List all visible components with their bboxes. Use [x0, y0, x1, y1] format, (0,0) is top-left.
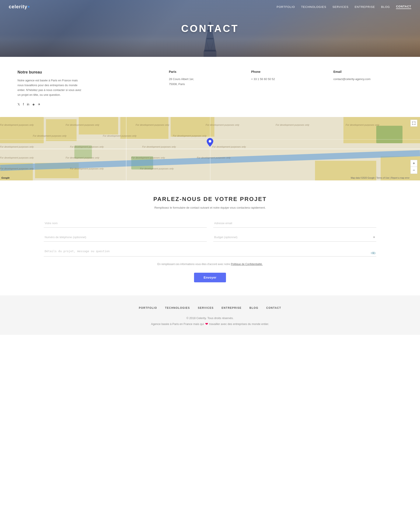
map-zoom-in-button[interactable]: + — [410, 160, 417, 167]
email-address: contact@celerity-agency.com — [333, 77, 403, 82]
dribbble-icon[interactable]: ◈ — [32, 103, 35, 106]
nav-item-portfolio[interactable]: PORTFOLIO — [277, 5, 295, 8]
facebook-icon[interactable]: f — [23, 103, 24, 106]
message-textarea[interactable] — [44, 247, 376, 256]
form-row-2: Budget (optionnel)< 5 000 €5 000 € - 15 … — [44, 233, 376, 242]
heart-icon: ❤ — [205, 322, 208, 326]
svg-point-9 — [209, 140, 211, 143]
nav-item-contact[interactable]: CONTACT — [396, 5, 411, 9]
email-label: Email — [333, 70, 403, 73]
hero-title: CONTACT — [181, 23, 239, 34]
linkedin-icon[interactable]: in — [27, 103, 29, 106]
email-input[interactable] — [213, 219, 376, 228]
footer-nav-item[interactable]: BLOG — [249, 306, 258, 309]
privacy-link[interactable]: Politique de Confidentialité. — [231, 263, 263, 266]
location-address: 28 Cours Albert 1er, 75008, Paris — [169, 77, 238, 87]
logo-text: celerity — [9, 4, 27, 10]
form-section: PARLEZ-NOUS DE VOTRE PROJET Remplissez l… — [0, 180, 420, 295]
form-field-message: 📎 — [44, 247, 376, 257]
office-section: Notre bureau Notre agence est basée à Pa… — [0, 57, 420, 117]
office-heading: Notre bureau — [17, 70, 156, 75]
footer-nav-item[interactable]: CONTACT — [266, 306, 281, 309]
form-row-1 — [44, 219, 376, 228]
phone-label: Phone — [251, 70, 320, 73]
footer-nav-item[interactable]: SERVICES — [198, 306, 213, 309]
nav-item-blog[interactable]: BLOG — [381, 5, 390, 8]
footer-nav-item[interactable]: PORTFOLIO — [139, 306, 157, 309]
footer-nav: PORTFOLIOTECHNOLOGIESSERVICESENTREPRISEB… — [17, 306, 403, 309]
office-location: Paris 28 Cours Albert 1er, 75008, Paris — [169, 70, 238, 106]
twitter-icon[interactable]: 𝕏 — [17, 103, 20, 106]
map-zoom-out-button[interactable]: − — [410, 167, 417, 174]
location-label: Paris — [169, 70, 238, 73]
hero-city-overlay — [0, 39, 420, 57]
office-email: Email contact@celerity-agency.com — [333, 70, 403, 106]
office-description: Notre agence est basée à Paris en France… — [17, 78, 83, 97]
map-container: For development purposes only For develo… — [0, 117, 420, 180]
paper-plane-icon[interactable]: ✈ — [38, 103, 40, 106]
form-field-budget: Budget (optionnel)< 5 000 €5 000 € - 15 … — [213, 233, 376, 242]
logo[interactable]: celerity — [9, 4, 30, 10]
form-title: PARLEZ-NOUS DE VOTRE PROJET — [44, 196, 376, 202]
nav-item-technologies[interactable]: TECHNOLOGIES — [301, 5, 326, 8]
map-fullscreen-button[interactable] — [410, 120, 417, 127]
header: celerity PORTFOLIOTECHNOLOGIESSERVICESEN… — [0, 0, 420, 14]
form-field-email — [213, 219, 376, 228]
main-nav: PORTFOLIOTECHNOLOGIESSERVICESENTREPRISEB… — [277, 5, 412, 9]
map-zoom-controls: + − — [410, 160, 417, 174]
map-block — [120, 117, 168, 139]
nav-item-entreprise[interactable]: ENTREPRISE — [355, 5, 375, 8]
map-section: For development purposes only For develo… — [0, 117, 420, 180]
map-block — [46, 119, 77, 141]
form-field-name — [44, 219, 207, 228]
footer: PORTFOLIOTECHNOLOGIESSERVICESENTREPRISEB… — [0, 295, 420, 335]
form-privacy-text: En remplissant ces informations vous ête… — [44, 263, 376, 266]
logo-dot — [28, 6, 30, 8]
office-phone: Phone + 33 1 56 60 50 52 — [251, 70, 320, 106]
form-field-phone — [44, 233, 207, 242]
map-attribution: Map data ©2020 Google | Terms of Use | R… — [351, 177, 410, 179]
map-park — [376, 126, 403, 143]
social-icons: 𝕏 f in ◈ ✈ — [17, 103, 156, 106]
map-road — [210, 117, 210, 180]
phone-input[interactable] — [44, 233, 207, 242]
contact-form: Budget (optionnel)< 5 000 €5 000 € - 15 … — [44, 219, 376, 282]
google-logo: Google — [1, 177, 10, 179]
footer-copyright: © 2018 Celerity. Tous droits réservés. — [17, 316, 403, 320]
office-intro: Notre bureau Notre agence est basée à Pa… — [17, 70, 156, 106]
footer-nav-item[interactable]: ENTREPRISE — [222, 306, 242, 309]
map-block — [79, 117, 118, 134]
map-park — [74, 146, 92, 159]
nav-item-services[interactable]: SERVICES — [333, 5, 349, 8]
phone-number: + 33 1 56 60 50 52 — [251, 77, 320, 82]
svg-rect-3 — [207, 38, 213, 39]
form-subtitle: Remplissez le formulaire de contact suiv… — [44, 206, 376, 209]
fullscreen-icon — [412, 122, 415, 125]
budget-select[interactable]: Budget (optionnel)< 5 000 €5 000 € - 15 … — [213, 233, 376, 242]
submit-button[interactable]: Envoyer — [194, 273, 226, 282]
map-road — [126, 117, 126, 180]
map-block — [171, 117, 214, 137]
map-pin — [207, 138, 213, 148]
footer-nav-item[interactable]: TECHNOLOGIES — [165, 306, 190, 309]
name-input[interactable] — [44, 219, 207, 228]
footer-tagline: Agence basée à Paris en France mais qui … — [17, 322, 403, 326]
